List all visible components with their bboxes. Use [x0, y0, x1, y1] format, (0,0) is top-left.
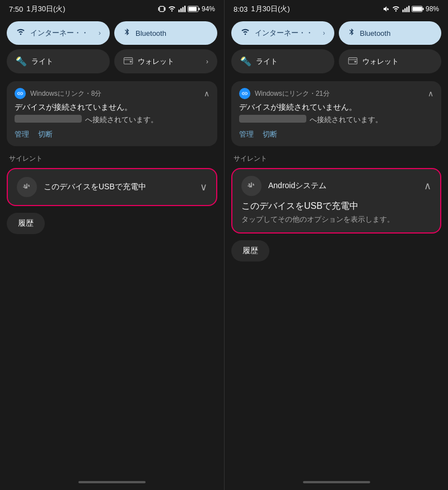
svg-rect-2 [160, 6, 164, 11]
tile-light-left[interactable]: 🔦 ライト [7, 49, 110, 73]
internet-label-left: インターネー・・ [30, 28, 88, 38]
time-left: 7:50 [9, 5, 23, 13]
link-app-icon-left [15, 88, 26, 99]
internet-chevron-left: › [99, 29, 101, 37]
quick-tiles-row1-left: インターネー・・ › Bluetooth [0, 17, 224, 49]
notif-header-left: Windowsにリンク・8分 ∧ [15, 88, 209, 99]
svg-rect-18 [422, 8, 423, 10]
status-right-left: 8:03 1月30日(火) [234, 4, 290, 14]
notif-actions-left: 管理 切断 [15, 129, 209, 139]
notif-manage-left[interactable]: 管理 [15, 129, 29, 139]
svg-rect-6 [184, 6, 185, 12]
link-app-icon-right [239, 88, 250, 99]
signal-icon [178, 5, 186, 13]
wifi-tile-icon [16, 27, 26, 39]
wifi-tile-icon-r [240, 27, 250, 39]
usb-exp-body: このデバイスをUSBで充電中 タップしてその他のオプションを表示します。 [232, 200, 440, 232]
left-phone-panel: 7:50 1月30日(火) 94% インターネー・・ › [0, 0, 224, 490]
notif-header-right: Windowsにリンク・21分 ∧ [239, 88, 433, 99]
flashlight-icon-r: 🔦 [240, 56, 251, 67]
notif-blurred-suffix-r: へ接続されています。 [310, 115, 382, 125]
link-icon [17, 90, 24, 97]
usb-chevron-left: ∨ [200, 181, 207, 193]
usb-notification-right[interactable]: Androidシステム ∧ このデバイスをUSBで充電中 タップしてその他のオプ… [231, 168, 441, 234]
wallet-chevron-left: › [206, 58, 208, 66]
battery-text-right: 98% [426, 5, 439, 13]
notif-manage-right[interactable]: 管理 [239, 129, 254, 139]
usb-chevron-right: ∧ [424, 180, 431, 192]
usb-exp-title: このデバイスをUSBで充電中 [241, 200, 431, 212]
usb-exp-subtitle: タップしてその他のオプションを表示します。 [241, 214, 431, 225]
wallet-label-left: ウォレット [138, 57, 174, 67]
usb-notif-left-content: このデバイスをUSBで充電中 [17, 177, 146, 197]
bt-svg-r [348, 27, 356, 37]
tile-internet-left[interactable]: インターネー・・ › [7, 21, 110, 45]
tile-wallet-right[interactable]: ウォレット [339, 49, 442, 73]
wallet-label-right: ウォレット [362, 57, 399, 67]
home-indicator-left [78, 481, 146, 483]
wifi-svg [16, 27, 26, 36]
svg-rect-8 [189, 7, 197, 11]
notif-actions-right: 管理 切断 [239, 129, 433, 139]
link-icon-r [241, 90, 248, 97]
svg-rect-11 [130, 61, 132, 63]
history-btn-right[interactable]: 履歴 [231, 240, 269, 262]
wallet-svg-r [348, 57, 358, 64]
volume-icon [382, 5, 390, 13]
time-right: 8:03 [234, 5, 248, 13]
bluetooth-tile-icon [123, 27, 131, 39]
tile-light-right[interactable]: 🔦 ライト [231, 49, 334, 73]
battery-icon-r [412, 6, 424, 12]
status-bar-right: 8:03 1月30日(火) 98% [225, 0, 448, 17]
notif-blurred-text-r [239, 115, 306, 123]
notif-title-right: デバイスが接続されていません。 [239, 102, 433, 113]
notif-disconnect-left[interactable]: 切断 [38, 129, 53, 139]
svg-rect-3 [179, 10, 180, 12]
usb-exp-header-left: Androidシステム [241, 176, 326, 196]
usb-notification-left[interactable]: このデバイスをUSBで充電中 ∨ [7, 168, 217, 206]
usb-notif-text-left: このデバイスをUSBで充電中 [44, 182, 146, 192]
tile-bluetooth-right[interactable]: Bluetooth [339, 21, 442, 45]
battery-text-left: 94% [202, 5, 215, 13]
notification-card-left[interactable]: Windowsにリンク・8分 ∧ デバイスが接続されていません。 へ接続されてい… [7, 81, 217, 146]
tile-bluetooth-left[interactable]: Bluetooth [114, 21, 217, 45]
date-right: 1月30日(火) [251, 4, 290, 14]
notif-header-info-r: Windowsにリンク・21分 [239, 88, 330, 99]
notif-blurred-row: へ接続されています。 [15, 115, 209, 125]
svg-rect-9 [198, 8, 199, 10]
status-icons-left: 94% [158, 5, 215, 13]
bluetooth-label-left: Bluetooth [136, 29, 166, 38]
notif-disconnect-right[interactable]: 切断 [263, 129, 277, 139]
wifi-icon-r [391, 5, 400, 13]
svg-rect-5 [183, 7, 184, 12]
home-indicator-right [303, 481, 370, 483]
flashlight-icon: 🔦 [16, 56, 27, 67]
quick-tiles-row1-right: インターネー・・ › Bluetooth [225, 17, 448, 49]
tile-internet-right[interactable]: インターネー・・ › [231, 21, 334, 45]
light-label-left: ライト [31, 57, 53, 67]
notif-blurred-row-r: へ接続されています。 [239, 115, 433, 125]
internet-chevron-right: › [323, 29, 325, 37]
notification-card-right[interactable]: Windowsにリンク・21分 ∧ デバイスが接続されていません。 へ接続されて… [231, 81, 441, 146]
svg-rect-13 [404, 8, 405, 12]
wallet-icon-r [348, 57, 358, 66]
notif-expand-left[interactable]: ∧ [204, 89, 209, 98]
bt-svg [123, 27, 131, 37]
svg-rect-1 [165, 7, 166, 11]
wifi-icon [167, 5, 176, 13]
wifi-svg-r [240, 27, 250, 36]
notif-header-info: Windowsにリンク・8分 [15, 88, 101, 99]
notif-expand-right[interactable]: ∧ [428, 89, 433, 98]
wallet-icon [123, 57, 133, 66]
usb-svg [21, 181, 32, 193]
battery-icon [188, 6, 200, 12]
history-btn-left[interactable]: 履歴 [7, 213, 45, 234]
right-phone-panel: 8:03 1月30日(火) 98% インターネー・・ › [224, 0, 448, 490]
svg-rect-10 [124, 58, 132, 64]
vibrate-icon [158, 5, 166, 13]
usb-svg-r [246, 180, 257, 192]
tile-wallet-left[interactable]: ウォレット › [114, 49, 217, 73]
status-icons-right: 98% [382, 5, 439, 13]
notif-blurred-text [15, 115, 82, 123]
bluetooth-label-right: Bluetooth [360, 29, 391, 38]
